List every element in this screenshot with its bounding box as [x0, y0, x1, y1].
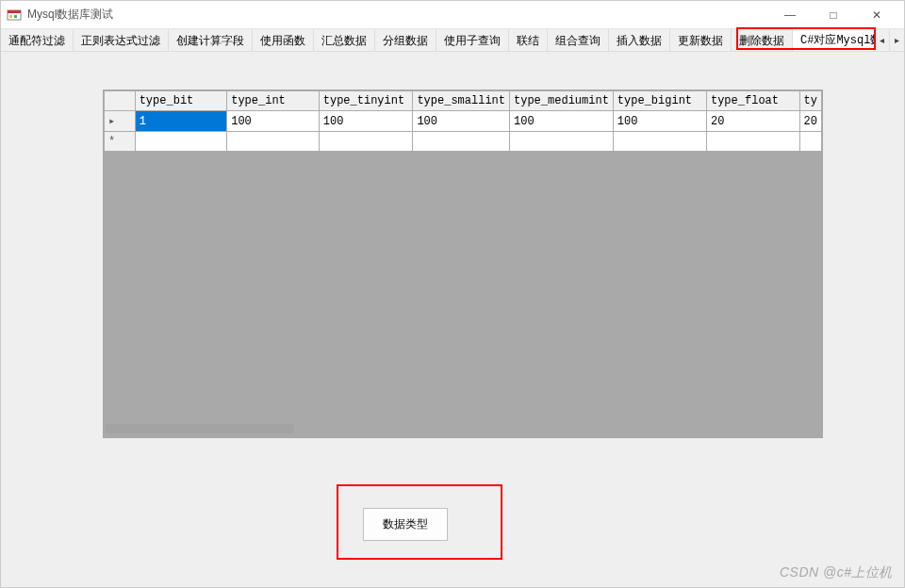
maximize-button[interactable]: □ — [812, 1, 855, 29]
svg-rect-1 — [8, 10, 21, 13]
column-header[interactable]: type_int — [227, 91, 320, 111]
row-header[interactable]: * — [105, 132, 136, 152]
tab-item-10[interactable]: 更新数据 — [670, 29, 732, 51]
data-cell-partial[interactable] — [799, 132, 821, 152]
data-cell[interactable] — [227, 132, 320, 152]
data-grid[interactable]: type_bittype_inttype_tinyinttype_smallin… — [103, 90, 823, 438]
tab-item-4[interactable]: 汇总数据 — [314, 29, 375, 51]
tab-list: 通配符过滤正则表达式过滤创建计算字段使用函数汇总数据分组数据使用子查询联结组合查… — [1, 29, 874, 51]
data-cell[interactable] — [319, 132, 413, 152]
minimize-button[interactable]: — — [768, 1, 812, 29]
data-cell[interactable] — [135, 132, 227, 152]
tab-item-6[interactable]: 使用子查询 — [436, 29, 509, 51]
data-cell-partial[interactable]: 20 — [799, 111, 821, 132]
tab-scroll-left[interactable]: ◂ — [874, 29, 889, 51]
app-window: Mysql数据库测试 — □ ✕ 通配符过滤正则表达式过滤创建计算字段使用函数汇… — [0, 0, 905, 588]
tab-item-9[interactable]: 插入数据 — [609, 29, 670, 51]
column-header-partial[interactable]: ty — [799, 91, 821, 111]
data-cell[interactable]: 1 — [135, 111, 227, 132]
app-icon — [7, 8, 22, 23]
tab-scroll-right[interactable]: ▸ — [889, 29, 904, 51]
tab-item-11[interactable]: 删除数据 — [732, 29, 793, 51]
column-header[interactable]: type_bigint — [613, 91, 706, 111]
svg-rect-2 — [9, 15, 12, 18]
tab-item-7[interactable]: 联结 — [509, 29, 548, 51]
data-cell[interactable] — [413, 132, 510, 152]
tab-item-2[interactable]: 创建计算字段 — [169, 29, 253, 51]
close-button[interactable]: ✕ — [855, 1, 898, 29]
data-cell[interactable]: 20 — [706, 111, 799, 132]
data-cell[interactable]: 100 — [413, 111, 510, 132]
tab-item-12[interactable]: C#对应Mysql数据类型 — [793, 29, 874, 51]
tab-item-1[interactable]: 正则表达式过滤 — [74, 29, 169, 51]
watermark: CSDN @c#上位机 — [780, 564, 893, 581]
svg-rect-3 — [14, 15, 17, 18]
data-cell[interactable] — [706, 132, 799, 152]
data-cell[interactable]: 100 — [510, 111, 614, 132]
row-header[interactable]: ▸ — [105, 111, 136, 132]
data-cell[interactable]: 100 — [319, 111, 413, 132]
window-title: Mysql数据库测试 — [27, 7, 768, 23]
column-header[interactable]: type_mediumint — [510, 91, 614, 111]
window-controls: — □ ✕ — [768, 1, 898, 29]
data-cell[interactable] — [510, 132, 614, 152]
titlebar: Mysql数据库测试 — □ ✕ — [1, 1, 904, 29]
horizontal-scrollbar[interactable] — [106, 424, 294, 433]
data-cell[interactable]: 100 — [227, 111, 320, 132]
tab-item-3[interactable]: 使用函数 — [253, 29, 314, 51]
column-header[interactable]: type_tinyint — [319, 91, 413, 111]
data-cell[interactable] — [613, 132, 706, 152]
column-header[interactable]: type_bit — [135, 91, 227, 111]
data-type-button[interactable]: 数据类型 — [363, 508, 448, 541]
tab-content: type_bittype_inttype_tinyinttype_smallin… — [1, 52, 904, 587]
column-header[interactable]: type_smallint — [413, 91, 510, 111]
row-header-blank — [105, 91, 136, 111]
tab-strip: 通配符过滤正则表达式过滤创建计算字段使用函数汇总数据分组数据使用子查询联结组合查… — [1, 29, 904, 52]
data-cell[interactable]: 100 — [613, 111, 706, 132]
tab-item-0[interactable]: 通配符过滤 — [1, 29, 74, 51]
tab-item-8[interactable]: 组合查询 — [548, 29, 609, 51]
column-header[interactable]: type_float — [706, 91, 799, 111]
tab-item-5[interactable]: 分组数据 — [375, 29, 436, 51]
